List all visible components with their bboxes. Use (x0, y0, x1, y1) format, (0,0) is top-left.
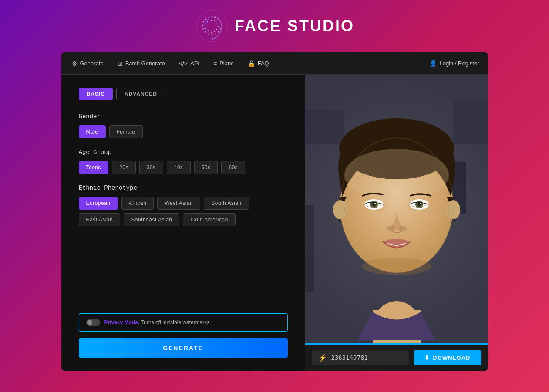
nav-generate-label: Generate (80, 60, 104, 67)
svg-point-20 (214, 20, 215, 21)
ethnicity-west-asian[interactable]: West Asian (157, 197, 200, 210)
age-options: Teens 20s 30s 40s 50s 60s (79, 161, 288, 174)
age-60s[interactable]: 60s (221, 161, 245, 174)
nav-login[interactable]: 👤 Login / Register (430, 60, 479, 67)
nav-api[interactable]: </> API (177, 57, 201, 70)
privacy-toggle[interactable] (86, 319, 100, 326)
nav-bar: ⚙ Generate ⊞ Batch Generate </> API ≡ Pl… (61, 52, 488, 75)
seed-icon: ⚡ (318, 354, 327, 362)
nav-batch-label: Batch Generate (125, 60, 165, 67)
nav-faq[interactable]: 🔒 FAQ (246, 57, 271, 70)
svg-point-21 (216, 23, 217, 23)
toggle-knob (87, 320, 92, 325)
nav-faq-label: FAQ (258, 60, 269, 67)
seed-number: 2363149781 (331, 354, 368, 361)
svg-point-55 (416, 209, 447, 228)
age-40s[interactable]: 40s (167, 161, 191, 174)
privacy-text: Privacy Mode. Turns off invisible waterm… (104, 319, 211, 325)
nav-plans[interactable]: ≡ Plans (212, 57, 236, 70)
svg-point-3 (208, 17, 209, 18)
svg-point-2 (205, 19, 206, 20)
svg-point-12 (211, 34, 212, 36)
privacy-highlight: Privacy Mode. (104, 319, 140, 325)
face-image-area (305, 75, 488, 345)
age-30s[interactable]: 30s (139, 161, 163, 174)
svg-point-39 (344, 149, 449, 201)
nav-batch-generate[interactable]: ⊞ Batch Generate (116, 57, 167, 70)
ethnicity-southeast-asian[interactable]: Southeast Asian (124, 213, 179, 226)
svg-rect-34 (305, 205, 314, 292)
ethnicity-options-row1: European African West Asian South Asian (79, 197, 288, 210)
tab-basic[interactable]: BASIC (79, 88, 113, 100)
nav-left: ⚙ Generate ⊞ Batch Generate </> API ≡ Pl… (70, 57, 430, 70)
svg-point-25 (211, 32, 212, 33)
download-label: DOWNLOAD (433, 355, 471, 361)
download-icon: ⬇ (424, 355, 430, 361)
ethnicity-label: Ethnic Phenotype (79, 184, 288, 191)
gender-section: Gender Male Female (79, 113, 288, 138)
batch-icon: ⊞ (118, 60, 123, 67)
svg-point-11 (215, 34, 216, 35)
age-20s[interactable]: 20s (112, 161, 136, 174)
svg-point-19 (211, 20, 212, 21)
nav-generate[interactable]: ⚙ Generate (70, 57, 105, 70)
left-panel: BASIC ADVANCED Gender Male Female Age Gr… (61, 75, 305, 371)
svg-point-16 (202, 25, 203, 26)
ethnicity-east-asian[interactable]: East Asian (79, 213, 121, 226)
nav-plans-label: Plans (219, 60, 234, 67)
blue-border (305, 343, 488, 345)
svg-point-22 (218, 26, 219, 27)
svg-point-23 (216, 29, 217, 30)
svg-point-59 (362, 258, 431, 275)
svg-point-10 (218, 31, 219, 33)
login-label: Login / Register (439, 60, 479, 67)
svg-point-15 (202, 28, 204, 30)
gender-female[interactable]: Female (109, 125, 143, 138)
api-icon: </> (179, 60, 188, 67)
age-section: Age Group Teens 20s 30s 40s 50s 60s (79, 149, 288, 174)
header: FACE STUDIO (0, 0, 549, 48)
svg-point-26 (208, 30, 209, 31)
generate-icon: ⚙ (72, 60, 77, 67)
faq-icon: 🔒 (248, 60, 255, 67)
main-content: BASIC ADVANCED Gender Male Female Age Gr… (61, 75, 488, 371)
logo-text: FACE STUDIO (235, 17, 354, 35)
plans-icon: ≡ (213, 60, 217, 67)
tab-bar: BASIC ADVANCED (79, 88, 288, 100)
gender-label: Gender (79, 113, 288, 120)
age-label: Age Group (79, 149, 288, 156)
app-container: ⚙ Generate ⊞ Batch Generate </> API ≡ Pl… (61, 52, 488, 371)
ethnicity-south-asian[interactable]: South Asian (204, 197, 249, 210)
download-button[interactable]: ⬇ DOWNLOAD (414, 350, 481, 365)
age-50s[interactable]: 50s (194, 161, 218, 174)
bottom-bar: ⚡ 2363149781 ⬇ DOWNLOAD (305, 345, 488, 371)
svg-point-13 (208, 34, 209, 35)
svg-rect-31 (305, 110, 344, 144)
svg-point-18 (207, 21, 208, 22)
gender-options: Male Female (79, 125, 288, 138)
ethnicity-african[interactable]: African (121, 197, 154, 210)
ethnicity-latin-american[interactable]: Latin American (183, 213, 235, 226)
svg-point-1 (202, 21, 204, 23)
logo-icon (195, 9, 229, 44)
logo: FACE STUDIO (195, 9, 354, 44)
user-icon: 👤 (430, 60, 437, 67)
gender-male[interactable]: Male (79, 125, 106, 138)
seed-box: ⚡ 2363149781 (312, 350, 409, 365)
ethnicity-european[interactable]: European (79, 197, 118, 210)
tab-advanced[interactable]: ADVANCED (116, 88, 165, 100)
svg-point-0 (196, 10, 228, 42)
svg-rect-32 (453, 101, 488, 144)
svg-point-52 (386, 226, 395, 231)
ethnicity-section: Ethnic Phenotype European African West A… (79, 184, 288, 226)
face-svg (305, 75, 488, 345)
privacy-rest: Turns off invisible watermarks. (139, 319, 211, 325)
age-teens[interactable]: Teens (79, 161, 109, 174)
svg-point-53 (398, 226, 407, 231)
ethnicity-options-row2: East Asian Southeast Asian Latin America… (79, 213, 288, 226)
svg-point-54 (347, 209, 377, 228)
privacy-box: Privacy Mode. Turns off invisible waterm… (79, 313, 288, 332)
right-panel: ⚡ 2363149781 ⬇ DOWNLOAD (305, 75, 488, 371)
svg-point-27 (205, 28, 206, 29)
generate-button[interactable]: GENERATE (79, 338, 288, 358)
